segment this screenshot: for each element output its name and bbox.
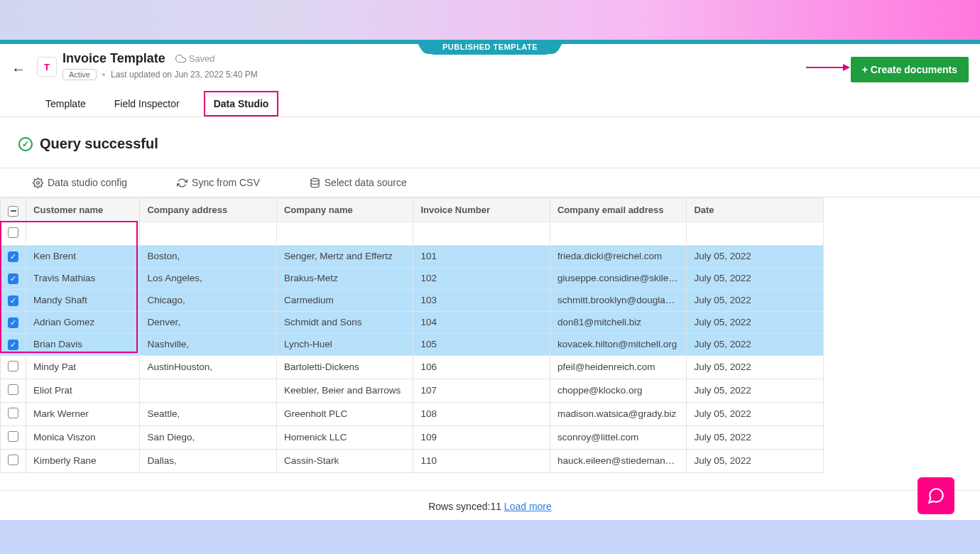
col-company-address[interactable]: Company address — [140, 198, 276, 222]
row-checkbox[interactable] — [8, 361, 18, 371]
data-toolbar: Data studio config Sync from CSV Select … — [0, 168, 980, 197]
cell-email: kovacek.hilton@mitchell.org — [550, 333, 686, 355]
tab-data-studio[interactable]: Data Studio — [204, 91, 279, 116]
status-pill: Active — [62, 69, 97, 80]
sync-from-csv-button[interactable]: Sync from CSV — [177, 177, 260, 188]
empty-row — [1, 222, 824, 245]
cloud-icon — [175, 53, 186, 64]
refresh-icon — [177, 178, 187, 188]
cell-comp: Brakus-Metz — [276, 267, 413, 289]
cell-email: sconroy@littel.com — [550, 425, 686, 449]
row-checkbox[interactable] — [8, 384, 18, 395]
database-icon — [310, 178, 320, 188]
table-row[interactable]: Mindy PatAustinHouston,Bartoletti-Dicken… — [1, 355, 824, 379]
cell-comp: Senger, Mertz and Effertz — [276, 245, 413, 267]
separator-dot — [102, 73, 105, 76]
cell-addr: Boston, — [140, 245, 276, 267]
cell-addr: Chicago, — [140, 289, 276, 311]
row-checkbox[interactable]: ✓ — [8, 340, 18, 350]
check-circle-icon: ✓ — [18, 137, 33, 151]
cell-inv: 102 — [413, 267, 550, 289]
load-more-link[interactable]: Load more — [504, 501, 552, 512]
cell-comp: Homenick LLC — [276, 425, 413, 449]
cell-email: frieda.dicki@reichel.com — [550, 245, 686, 267]
cell-inv: 108 — [413, 402, 550, 425]
row-checkbox[interactable] — [8, 431, 18, 442]
title-block: Invoice Template Saved Active Last updat… — [62, 51, 258, 80]
data-studio-config-button[interactable]: Data studio config — [33, 177, 127, 188]
cell-date: July 05, 2022 — [687, 311, 824, 333]
select-all-checkbox[interactable] — [8, 206, 18, 217]
cell-inv: 107 — [413, 379, 550, 402]
cell-email: madison.watsica@grady.biz — [550, 402, 686, 425]
cell-inv: 103 — [413, 289, 550, 311]
col-invoice-number[interactable]: Invoice Number — [413, 198, 550, 222]
cell-addr: Seattle, — [140, 402, 276, 425]
cell-date: July 05, 2022 — [687, 402, 824, 425]
cell-inv: 105 — [413, 333, 550, 355]
back-arrow-icon[interactable]: ← — [11, 61, 26, 77]
table-row[interactable]: ✓Brian DavisNashville,Lynch-Huel105kovac… — [1, 333, 824, 355]
cell-name: Monica Viszon — [26, 425, 140, 449]
tabs: Template Field Inspector Data Studio — [0, 91, 980, 117]
table-row[interactable]: ✓Travis MathiasLos Angeles,Brakus-Metz10… — [1, 267, 824, 289]
source-label: Select data source — [325, 177, 407, 188]
tab-template[interactable]: Template — [41, 91, 90, 116]
col-company-email[interactable]: Company email address — [550, 198, 686, 222]
cell-addr: Nashville, — [140, 333, 276, 355]
query-status-row: ✓ Query successful — [0, 117, 980, 168]
bottom-bar — [0, 520, 980, 554]
cell-comp: Keebler, Beier and Barrows — [276, 379, 413, 402]
cell-name: Mindy Pat — [26, 355, 140, 379]
row-checkbox[interactable]: ✓ — [8, 295, 18, 306]
cell-addr: Los Angeles, — [140, 267, 276, 289]
cell-name: Mark Werner — [26, 402, 140, 425]
cell-name: Mandy Shaft — [26, 289, 140, 311]
rows-synced-label: Rows synced: — [428, 501, 490, 512]
config-label: Data studio config — [48, 177, 127, 188]
col-customer-name[interactable]: Customer name — [26, 198, 140, 222]
template-icon: T — [37, 57, 57, 77]
col-date[interactable]: Date — [687, 198, 824, 222]
table-row[interactable]: Monica ViszonSan Diego,Homenick LLC109sc… — [1, 425, 824, 449]
annotation-arrow — [806, 67, 849, 68]
table-row[interactable]: ✓Adrian GomezDenver,Schmidt and Sons104d… — [1, 311, 824, 333]
select-data-source-button[interactable]: Select data source — [310, 177, 407, 188]
cell-email: schmitt.brooklyn@douglas.biz — [550, 289, 686, 311]
saved-status: Saved — [175, 53, 215, 64]
table-row[interactable]: Mark WernerSeattle,Greenholt PLC108madis… — [1, 402, 824, 425]
table-row[interactable]: ✓Ken BrentBoston,Senger, Mertz and Effer… — [1, 245, 824, 267]
cell-inv: 109 — [413, 425, 550, 449]
cell-email: pfeil@heidenreich.com — [550, 355, 686, 379]
cell-comp: Greenholt PLC — [276, 402, 413, 425]
cell-comp: Cassin-Stark — [276, 449, 413, 472]
chat-fab[interactable] — [918, 477, 954, 514]
cell-date: July 05, 2022 — [687, 267, 824, 289]
row-checkbox[interactable] — [8, 227, 18, 238]
row-checkbox[interactable] — [8, 455, 18, 465]
cell-date: July 05, 2022 — [687, 449, 824, 472]
tab-field-inspector[interactable]: Field Inspector — [110, 91, 184, 116]
row-checkbox[interactable]: ✓ — [8, 317, 18, 328]
create-documents-button[interactable]: + Create documents — [851, 57, 969, 82]
table-row[interactable]: ✓Mandy ShaftChicago,Carmedium103schmitt.… — [1, 289, 824, 311]
cell-date: July 05, 2022 — [687, 379, 824, 402]
row-checkbox[interactable]: ✓ — [8, 251, 18, 262]
svg-point-0 — [37, 181, 40, 184]
row-checkbox[interactable]: ✓ — [8, 273, 18, 284]
cell-name: Eliot Prat — [26, 379, 140, 402]
cell-date: July 05, 2022 — [687, 333, 824, 355]
rows-synced-footer: Rows synced:11 Load more — [0, 490, 980, 522]
query-status-text: Query successful — [40, 136, 158, 152]
row-checkbox[interactable] — [8, 408, 18, 418]
cell-inv: 101 — [413, 245, 550, 267]
cell-name: Adrian Gomez — [26, 311, 140, 333]
top-gradient — [0, 0, 980, 40]
col-company-name[interactable]: Company name — [276, 198, 413, 222]
cell-inv: 104 — [413, 311, 550, 333]
cell-date: July 05, 2022 — [687, 245, 824, 267]
cell-name: Ken Brent — [26, 245, 140, 267]
table-row[interactable]: Eliot PratKeebler, Beier and Barrows107c… — [1, 379, 824, 402]
data-table: Customer name Company address Company na… — [0, 197, 824, 473]
table-row[interactable]: Kimberly RaneDallas,Cassin-Stark110hauck… — [1, 449, 824, 472]
